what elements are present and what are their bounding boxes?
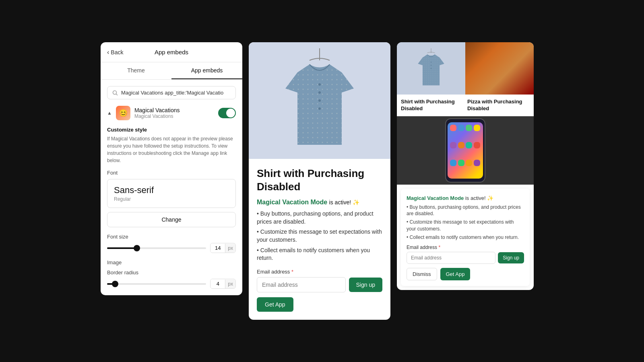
svg-point-5 [318, 91, 321, 94]
popup-email-label: Email address * [407, 245, 524, 250]
middle-product-panel: Shirt with Purchasing Disabled Magical V… [249, 42, 390, 320]
panel-title: App embeds [155, 49, 188, 56]
tab-theme[interactable]: Theme [101, 62, 171, 79]
get-app-button[interactable]: Get App [257, 297, 293, 312]
app-sublabel: Magical Vacations [134, 113, 214, 119]
collapse-chevron-icon[interactable]: ▲ [107, 110, 112, 116]
shirt-illustration [281, 48, 358, 153]
panel-body: ▲ 😊 Magical Vacations Magical Vacations … [101, 80, 242, 295]
search-icon [112, 90, 118, 96]
popup-bullet-3: • Collect emails to notify customers whe… [407, 234, 524, 241]
email-field-label: Email address * [257, 269, 382, 275]
shirt-grid-label: Shirt with Purchasing Disabled [401, 99, 463, 112]
left-settings-panel: ‹ Back App embeds Theme App embeds [101, 42, 242, 295]
svg-point-4 [318, 83, 321, 86]
popup-vacation-link[interactable]: Magical Vacation Mode [407, 195, 464, 201]
vacation-active-text: is active! ✨ [329, 199, 359, 206]
app-dot-8 [474, 142, 480, 148]
app-item-row: ▲ 😊 Magical Vacations Magical Vacations [107, 106, 236, 120]
tab-theme-label: Theme [127, 67, 145, 74]
customize-style-desc: If Magical Vacations does not appear in … [107, 135, 236, 164]
popup-required-star: * [438, 245, 440, 250]
popup-active-text: is active! ✨ [465, 195, 493, 201]
app-dot-3 [466, 125, 472, 131]
app-dot-11 [466, 160, 472, 166]
popup-signup-button[interactable]: Sign up [498, 252, 524, 263]
phone-image-area [397, 116, 534, 185]
font-size-row: px [107, 243, 236, 253]
product-content: Shirt with Purchasing Disabled Magical V… [249, 159, 390, 320]
popup-bullet-1: • Buy buttons, purchasing options, and p… [407, 204, 524, 218]
bullet-item-3: • Collect emails to notify customers whe… [257, 247, 382, 262]
svg-line-1 [116, 94, 118, 95]
product-image-area [249, 42, 390, 159]
signup-button[interactable]: Sign up [349, 278, 382, 292]
app-toggle-switch[interactable] [218, 108, 236, 118]
change-font-button[interactable]: Change [107, 212, 236, 227]
svg-point-6 [318, 99, 321, 102]
font-size-section: Font size px [107, 234, 236, 253]
vacation-mode-notice: Magical Vacation Mode is active! ✨ [257, 199, 382, 206]
search-input[interactable] [121, 90, 231, 96]
font-size-input[interactable] [211, 243, 225, 253]
vacation-popup: Magical Vacation Mode is active! ✨ • Buy… [401, 189, 530, 286]
app-dot-4 [474, 125, 480, 131]
font-size-unit: px [225, 244, 235, 253]
bullet-list: • Buy buttons, purchasing options, and p… [257, 210, 382, 262]
svg-point-10 [431, 62, 431, 63]
phone-visual [445, 118, 485, 183]
tab-app-embeds[interactable]: App embeds [171, 62, 242, 79]
app-icon: 😊 [116, 106, 130, 120]
grid-labels: Shirt with Purchasing Disabled Pizza wit… [397, 95, 534, 116]
tabs-row: Theme App embeds [101, 62, 242, 80]
font-name: Sans-serif [114, 185, 229, 195]
vacation-mode-link[interactable]: Magical Vacation Mode [257, 199, 327, 206]
font-size-slider-fill [107, 247, 137, 249]
back-button[interactable]: ‹ Back [107, 49, 123, 56]
back-label: Back [111, 49, 123, 56]
svg-point-12 [431, 68, 431, 69]
border-radius-label: Border radius [107, 269, 236, 276]
app-dot-7 [466, 142, 472, 148]
popup-get-app-button[interactable]: Get App [440, 268, 471, 280]
email-section: Email address * Sign up [257, 269, 382, 292]
border-radius-unit: px [225, 280, 235, 288]
font-style: Regular [114, 196, 229, 202]
border-radius-input-box: px [210, 279, 236, 289]
image-label: Image [107, 259, 236, 265]
app-info: Magical Vacations Magical Vacations [134, 107, 214, 119]
app-dot-9 [450, 160, 456, 166]
font-section: Font Sans-serif Regular Change [107, 170, 236, 234]
border-radius-slider-thumb[interactable] [112, 281, 118, 287]
customize-style-title: Customize style [107, 127, 236, 133]
email-input[interactable] [257, 277, 346, 292]
pizza-grid-label: Pizza with Purchasing Disabled [467, 99, 530, 112]
popup-button-row: Dismiss Get App [407, 268, 524, 280]
tab-app-embeds-label: App embeds [191, 67, 223, 74]
font-size-input-box: px [210, 243, 236, 253]
shirt-thumb-illustration [415, 48, 447, 88]
dismiss-button[interactable]: Dismiss [407, 268, 437, 280]
font-size-slider-track[interactable] [107, 247, 206, 249]
font-label: Font [107, 170, 236, 176]
font-size-slider-thumb[interactable] [134, 245, 140, 251]
border-radius-row: px [107, 279, 236, 289]
shirt-thumbnail [397, 42, 465, 95]
app-name: Magical Vacations [134, 107, 214, 113]
search-bar [107, 86, 236, 99]
bullet-item-1: • Buy buttons, purchasing options, and p… [257, 210, 382, 226]
change-font-label: Change [161, 216, 181, 223]
back-chevron-icon: ‹ [107, 49, 109, 56]
border-radius-input[interactable] [211, 279, 225, 288]
popup-email-input[interactable] [407, 252, 495, 264]
app-dot-1 [450, 125, 456, 131]
phone-screen [448, 122, 483, 179]
font-display-box: Sans-serif Regular [107, 179, 236, 208]
border-radius-slider-track[interactable] [107, 283, 206, 285]
pizza-thumbnail [465, 42, 534, 95]
app-dot-5 [450, 142, 456, 148]
svg-point-11 [431, 65, 431, 66]
required-star: * [291, 269, 293, 275]
app-dot-12 [474, 160, 480, 166]
customize-style-section: Customize style If Magical Vacations doe… [107, 127, 236, 164]
